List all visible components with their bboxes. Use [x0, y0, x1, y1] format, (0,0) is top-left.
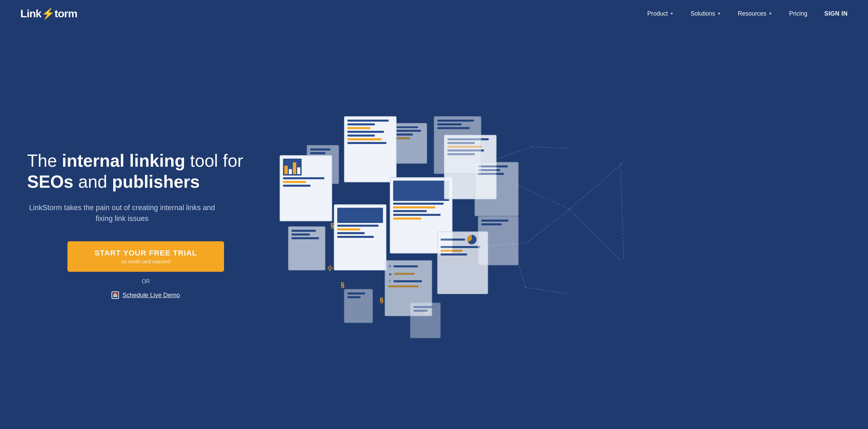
hero-subtitle: LinkStorm takes the pain out of creating… — [27, 202, 217, 224]
svg-line-0 — [532, 147, 570, 148]
nav-label-resources: Resources — [738, 10, 766, 17]
hero-title: The internal linking tool for SEOs and p… — [27, 150, 264, 192]
chevron-down-icon: ▼ — [717, 12, 721, 16]
logo[interactable]: Link⚡torm — [20, 7, 77, 20]
doc-card-15 — [434, 116, 481, 174]
or-divider: OR — [142, 279, 150, 285]
nav-item-product[interactable]: Product ▼ — [647, 10, 674, 17]
hero-title-middle: tool for — [185, 151, 243, 170]
logo-storm: torm — [55, 7, 77, 20]
svg-line-6 — [526, 209, 570, 243]
logo-bolt-icon: ⚡ — [41, 7, 55, 20]
nav-link-resources[interactable]: Resources ▼ — [738, 10, 772, 17]
trial-button-main-label: START YOUR FREE TRIAL — [95, 249, 197, 258]
link-chain-icon-1: ⛓ — [326, 264, 334, 272]
nav-link-pricing[interactable]: Pricing — [789, 10, 807, 17]
schedule-demo-label: Schedule Live Demo — [122, 291, 180, 299]
chevron-down-icon: ▼ — [670, 12, 673, 16]
hero-content: The internal linking tool for SEOs and p… — [27, 150, 264, 299]
nav-link-solutions[interactable]: Solutions ▼ — [691, 10, 721, 17]
nav-item-solutions[interactable]: Solutions ▼ — [691, 10, 721, 17]
nav-label-solutions: Solutions — [691, 10, 715, 17]
doc-card-6 — [334, 204, 386, 270]
doc-card-4 — [280, 155, 332, 221]
nav-item-resources[interactable]: Resources ▼ — [738, 10, 772, 17]
section-symbol-2: § — [341, 281, 345, 289]
hero-cta-area: START YOUR FREE TRIAL no credit card req… — [27, 241, 264, 299]
hero-title-bold1: internal linking — [62, 151, 185, 170]
section-symbol-4: § — [380, 296, 384, 304]
hero-section: The internal linking tool for SEOs and p… — [0, 27, 868, 429]
svg-line-3 — [512, 182, 570, 209]
chevron-down-icon: ▼ — [768, 12, 772, 16]
logo-text: Link⚡torm — [20, 7, 77, 20]
doc-card-12 — [410, 303, 441, 338]
logo-link: Link — [20, 7, 41, 20]
hero-title-bold3: publishers — [112, 172, 200, 191]
schedule-demo-link[interactable]: 📅 Schedule Live Demo — [112, 291, 180, 299]
start-trial-button[interactable]: START YOUR FREE TRIAL no credit card req… — [67, 241, 224, 272]
nav-label-product: Product — [647, 10, 668, 17]
doc-card-2 — [344, 116, 397, 182]
navbar: Link⚡torm Product ▼ Solutions ▼ Resource… — [0, 0, 868, 27]
svg-line-4 — [570, 162, 624, 209]
hero-title-suffix: and — [74, 172, 112, 191]
nav-label-pricing: Pricing — [789, 10, 807, 17]
nav-links: Product ▼ Solutions ▼ Resources ▼ Pricin… — [647, 10, 807, 17]
hero-title-prefix: The — [27, 151, 62, 170]
svg-line-5 — [570, 209, 621, 260]
doc-card-5 — [288, 226, 325, 270]
hero-diagram: .connector { stroke: #6a8dbf; stroke-wid… — [278, 115, 848, 335]
doc-card-14 — [478, 216, 519, 265]
nav-link-product[interactable]: Product ▼ — [647, 10, 674, 17]
svg-line-8 — [621, 162, 624, 260]
doc-card-1 — [393, 123, 427, 164]
trial-button-sub-label: no credit card required — [95, 259, 197, 264]
doc-card-11 — [344, 289, 373, 323]
svg-line-9 — [526, 287, 570, 294]
sign-in-button[interactable]: SIGN IN — [824, 10, 848, 17]
calendar-icon: 📅 — [112, 291, 119, 299]
svg-line-1 — [499, 147, 532, 159]
hero-title-bold2: SEOs — [27, 172, 74, 191]
nav-item-pricing[interactable]: Pricing — [789, 10, 807, 17]
